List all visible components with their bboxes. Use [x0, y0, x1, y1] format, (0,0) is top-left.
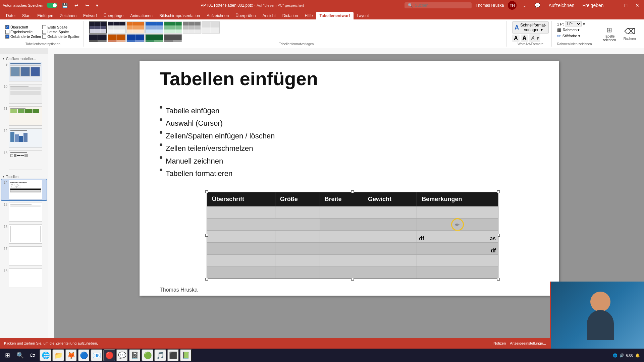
- td-2-3[interactable]: [320, 219, 363, 231]
- td-5-1[interactable]: [207, 255, 275, 267]
- table-style-11[interactable]: [145, 34, 163, 42]
- slide-thumb-18[interactable]: 18: [1, 268, 47, 289]
- slide-title[interactable]: Tabellen einfügen: [160, 68, 318, 89]
- start-button[interactable]: ⊞: [1, 349, 13, 361]
- taskbar-onenote[interactable]: 📓: [129, 349, 141, 361]
- td-3-4[interactable]: [363, 231, 417, 243]
- save-button[interactable]: 💾: [60, 2, 70, 9]
- slide-canvas[interactable]: Tabellen einfügen Tabelle einfügen Auswa…: [140, 61, 559, 296]
- slide-thumb-10[interactable]: 10: [1, 83, 47, 104]
- table-style-1[interactable]: [89, 21, 107, 34]
- taskbar-outlook[interactable]: 📧: [91, 349, 103, 361]
- table-style-12[interactable]: [164, 34, 182, 42]
- search-input[interactable]: [415, 3, 462, 8]
- cb-letzte-spalte[interactable]: Letzte Spalte: [42, 30, 80, 34]
- slide-table-container[interactable]: Überschrift Größe Breite Gewicht Bemerku…: [207, 192, 498, 279]
- td-1-5[interactable]: [417, 206, 498, 219]
- cell-text-df1[interactable]: df: [419, 236, 424, 242]
- taskbar-edge[interactable]: 🌐: [40, 349, 52, 361]
- slide-thumb-16[interactable]: 16: [1, 224, 47, 244]
- tab-ueberpruefen[interactable]: Überprüfen: [232, 12, 259, 19]
- cb-gebaenderte-zeilen-box[interactable]: ✓: [5, 35, 9, 39]
- table-style-10[interactable]: [126, 34, 145, 42]
- schnellformatvorlagen-btn[interactable]: A Schnellformat-vorlagen ▾: [512, 21, 548, 34]
- td-6-1[interactable]: [207, 267, 275, 279]
- cell-text-as[interactable]: as: [490, 236, 496, 242]
- handle-tl[interactable]: [205, 190, 208, 193]
- taskbar-teams[interactable]: 💬: [116, 349, 128, 361]
- table-style-7[interactable]: [202, 21, 220, 34]
- avatar[interactable]: TH: [508, 1, 517, 10]
- tab-ansicht[interactable]: Ansicht: [259, 12, 279, 19]
- slide-thumb-14[interactable]: 14 Tabellen einfügen • Tabelle einfügen•…: [1, 179, 47, 200]
- taskbar-explorer[interactable]: 📁: [52, 349, 64, 361]
- cb-ueberschrift[interactable]: ✓ Überschrift: [5, 25, 41, 29]
- slide-thumb-9[interactable]: 9: [1, 61, 47, 82]
- table-style-3[interactable]: [126, 21, 145, 34]
- tab-hilfe[interactable]: Hilfe: [301, 12, 316, 19]
- td-3-5[interactable]: df as: [417, 231, 498, 243]
- more-button[interactable]: ▾: [94, 2, 100, 9]
- section-arrow-tabellen[interactable]: ▼: [2, 175, 5, 178]
- td-3-2[interactable]: [275, 231, 320, 243]
- table-style-5[interactable]: [164, 21, 182, 34]
- td-2-1[interactable]: [207, 219, 320, 231]
- th-ueberschrift[interactable]: Überschrift: [207, 192, 275, 206]
- handle-ml[interactable]: [205, 234, 208, 237]
- th-groesse[interactable]: Größe: [275, 192, 320, 206]
- cb-gebaenderte-spalten-box[interactable]: [42, 35, 46, 39]
- tab-animationen[interactable]: Animationen: [127, 12, 156, 19]
- tab-dictation[interactable]: Dictation: [279, 12, 302, 19]
- taskbar-clock[interactable]: 6:00: [626, 353, 633, 357]
- cb-ergebniszeile[interactable]: Ergebniszeile: [5, 30, 41, 34]
- td-1-3[interactable]: [320, 206, 363, 219]
- td-4-3[interactable]: [320, 243, 363, 255]
- tab-einfuegen[interactable]: Einfügen: [34, 12, 56, 19]
- taskbar-notification-icon[interactable]: 🔔: [635, 353, 640, 358]
- tab-uebergaenge[interactable]: Übergänge: [100, 12, 127, 19]
- td-1-1[interactable]: [207, 206, 275, 219]
- taskbar-media[interactable]: 🎵: [154, 349, 166, 361]
- table-style-8[interactable]: [89, 34, 107, 42]
- td-4-4[interactable]: [363, 243, 417, 255]
- handle-bc[interactable]: [351, 278, 354, 281]
- minimize-btn[interactable]: —: [610, 2, 619, 9]
- slide-thumb-12[interactable]: 12: [1, 128, 47, 148]
- radierer-btn[interactable]: ⌫ Radierer: [621, 26, 639, 42]
- cb-letzte-spalte-box[interactable]: [42, 30, 46, 34]
- td-6-5[interactable]: [417, 267, 498, 279]
- tab-start[interactable]: Start: [19, 12, 34, 19]
- notes-btn[interactable]: Notizen: [493, 341, 506, 345]
- td-5-4[interactable]: [363, 255, 417, 267]
- taskbar-powerpoint[interactable]: 🔴: [103, 349, 115, 361]
- cb-ergebniszeile-box[interactable]: [5, 30, 9, 34]
- taskbar-app2[interactable]: ⬛: [167, 349, 179, 361]
- section-arrow-grafiken[interactable]: ▼: [2, 57, 5, 60]
- display-btn[interactable]: Anzeigeeinstellunge...: [510, 341, 546, 345]
- td-5-3[interactable]: [320, 255, 363, 267]
- tab-aufzeichnen[interactable]: Aufzeichnen: [203, 12, 232, 19]
- slide-thumb-15[interactable]: 15: [1, 201, 47, 222]
- border-pt-select[interactable]: 1 Pt 2 Pt 3 Pt: [565, 21, 582, 26]
- td-1-2[interactable]: [275, 206, 320, 219]
- texteffekte-btn[interactable]: A ▾: [529, 34, 540, 42]
- th-breite[interactable]: Breite: [320, 192, 363, 206]
- td-4-2[interactable]: [275, 243, 320, 255]
- td-5-2[interactable]: [275, 255, 320, 267]
- taskbar-search[interactable]: 🔍: [14, 349, 26, 361]
- tab-datei[interactable]: Datei: [3, 12, 19, 19]
- cb-gebaenderte-zeilen[interactable]: ✓ Gebänderte Zeilen: [5, 35, 41, 39]
- table-style-9[interactable]: [108, 34, 126, 42]
- autosave-toggle-area[interactable]: Automatisches Speichern: [3, 3, 57, 8]
- slide-thumb-17[interactable]: 17: [1, 246, 47, 266]
- td-6-3[interactable]: [320, 267, 363, 279]
- td-6-2[interactable]: [275, 267, 320, 279]
- handle-tc[interactable]: [351, 190, 354, 193]
- tab-bildschirm[interactable]: Bildschirmpräsentation: [156, 12, 203, 19]
- ribbon-collapse[interactable]: ⌄: [521, 2, 529, 9]
- tab-entwurf[interactable]: Entwurf: [80, 12, 100, 19]
- cb-erste-spalte-box[interactable]: [42, 25, 46, 29]
- table-style-4[interactable]: [145, 21, 163, 34]
- share2-btn[interactable]: Freigeben: [580, 2, 605, 9]
- textfuellung-btn[interactable]: A: [512, 35, 520, 42]
